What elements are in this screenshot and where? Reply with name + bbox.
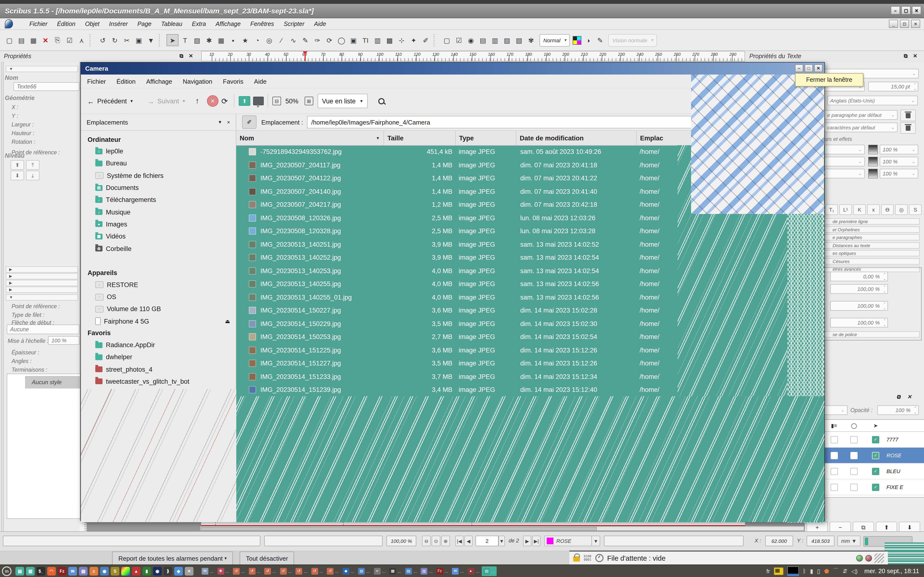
up-icon[interactable]: ↑ (195, 93, 199, 109)
color-dropdown[interactable]: ⌄ (824, 145, 865, 154)
paragraph-style-dropdown[interactable]: e paragraphe par défaut⌄ (824, 110, 898, 120)
maximize-icon[interactable]: ▢ (901, 6, 911, 15)
column-header-type[interactable]: Type (456, 131, 516, 145)
pattern-app-icon[interactable]: ✕ (185, 567, 194, 575)
clipboard-icon[interactable]: ▯ (817, 567, 820, 574)
chevrons-app-icon[interactable]: ⟫ (164, 567, 172, 575)
opacity-spinner[interactable]: 100 % (877, 405, 919, 415)
language-dropdown[interactable]: Anglais (États-Unis)⌄ (827, 96, 918, 105)
expanded-section-bar[interactable]: ▼ (6, 294, 78, 301)
menu-aide[interactable]: Aide (314, 21, 326, 27)
print-checkbox[interactable] (830, 467, 838, 475)
open-folder-icon[interactable]: ⬆ (239, 93, 250, 109)
lower-level-icon[interactable]: ⬇ (11, 171, 24, 180)
text-section-bar[interactable]: de première ligne (824, 218, 920, 224)
places-panel-header[interactable]: Emplacements ▼ × (81, 114, 236, 130)
collapsed-section-bar[interactable]: ▶ (6, 287, 78, 293)
text-effect-Lx-icon[interactable]: L¹ (839, 205, 852, 215)
text-effect-S-icon[interactable]: S (909, 205, 922, 215)
window-loop-5-button[interactable]: ↺... (294, 566, 309, 576)
window-faded-button[interactable]: ➣... (372, 566, 387, 576)
zoom-100-icon[interactable]: ⊙ (432, 536, 440, 546)
shade-percent-dropdown[interactable]: 100 %⌄ (880, 145, 918, 154)
camera-close-icon[interactable]: ✕ (814, 64, 822, 72)
shade-percent-dropdown[interactable]: 100 %⌄ (880, 169, 918, 178)
mdi-restore-icon[interactable]: ⊡ (900, 20, 909, 28)
horizontal-ruler[interactable]: 1020304050607080901001101201301401501601… (201, 51, 745, 61)
pdf-text-field-icon[interactable]: ◉ (465, 35, 477, 46)
menu-objet[interactable]: Objet (85, 21, 100, 27)
sidebar-item-volume-de-110-gb[interactable]: ○Volume de 110 GB (81, 303, 236, 316)
text-section-bar[interactable]: e paragraphes (824, 234, 920, 240)
sidebar-item-street-photos-4[interactable]: street_photos_4 (81, 363, 236, 376)
pdf-combo-box-icon[interactable]: ▥ (489, 35, 501, 46)
print-checkbox[interactable] (830, 452, 838, 459)
preflight-verifier-icon[interactable]: ☑ (64, 35, 75, 46)
files-manager-icon[interactable]: ▤ (15, 567, 24, 575)
clock[interactable]: mer. 20 sept., 18:11 (861, 567, 922, 575)
edit-contents-icon[interactable]: ▣ (348, 35, 359, 46)
camera-menu-navigation[interactable]: Navigation (183, 77, 212, 85)
sidebar-item-fairphone-4-5g[interactable]: Fairphone 4 5G⏏ (81, 315, 236, 327)
zoom-in-icon[interactable]: ⊞ (305, 93, 313, 109)
copy-icon[interactable]: ▣ (133, 35, 144, 46)
window-filezilla-button[interactable]: Fz... (435, 566, 449, 576)
camera-app-icon[interactable]: ◉ (100, 567, 109, 575)
menu-page[interactable]: Page (137, 21, 151, 27)
window-camera-active-button[interactable]: ▤... (482, 566, 497, 576)
stop-icon[interactable]: ✕ (207, 93, 218, 109)
sidebar-item-bureau[interactable]: Bureau (81, 158, 236, 170)
float-text-panel-icon[interactable]: ⧉ (904, 53, 908, 59)
mail-client-icon[interactable]: ✉ (68, 567, 77, 575)
system-monitor-icon[interactable] (787, 566, 799, 576)
window-loop-6-button[interactable]: ↺... (310, 566, 325, 576)
visible-checkbox[interactable]: ✓ (872, 452, 879, 459)
camera-menu-fichier[interactable]: Fichier (87, 77, 106, 85)
sidebar-item-os[interactable]: ○OS (81, 291, 236, 303)
shield-icon[interactable]: ⬟ (824, 567, 829, 574)
select-item-icon[interactable]: ➤ (166, 34, 179, 46)
edit-location-icon[interactable]: ✐ (242, 115, 257, 129)
volume-icon[interactable]: ◁) (851, 567, 858, 574)
menu-fenêtres[interactable]: Fenêtres (250, 21, 274, 27)
collapsed-section-bar[interactable]: ▶ (6, 280, 78, 286)
advanced-spinner[interactable]: 100,00 % (830, 284, 888, 294)
pdf-link-annotation-icon[interactable]: ✾ (525, 35, 536, 46)
window-doc-blue-2-button[interactable]: ▤... (404, 566, 418, 576)
shade-gradient-swatch[interactable] (868, 157, 878, 166)
camera-minimize-icon[interactable]: – (795, 64, 803, 72)
text-effect-x-icon[interactable]: к (867, 205, 880, 215)
places-dropdown-icon[interactable]: ▼ (218, 120, 227, 124)
print-checkbox[interactable] (830, 436, 838, 443)
print-checkbox[interactable] (830, 484, 838, 491)
float-panel-icon[interactable]: ⧉ (179, 53, 183, 59)
minimize-icon[interactable]: – (891, 6, 900, 15)
horizontal-scrollbar[interactable] (200, 526, 804, 531)
browser-orange-icon[interactable]: ◠ (47, 567, 56, 575)
raise-to-top-icon[interactable]: ⤒ (26, 160, 39, 170)
sidebar-item-tweetcaster-vs-glitch-tv-bot[interactable]: tweetcaster_vs_glitch_tv_bot (81, 376, 236, 388)
window-scribus-button[interactable]: ◆... (341, 566, 355, 576)
zoom-out-icon[interactable]: ⊖ (422, 536, 431, 546)
export-pdf-icon[interactable]: ⋏ (76, 35, 87, 46)
color-dropdown[interactable]: ⌄ (824, 169, 865, 178)
last-page-icon[interactable]: ▶| (532, 536, 540, 546)
layer-row-fixe-e[interactable]: ✓FIXE E (825, 479, 924, 495)
advanced-spinner[interactable]: 100,00 % (830, 301, 888, 311)
zoom-level-field[interactable]: 100,00 % (386, 536, 416, 546)
wifi-icon[interactable]: ⌒ (833, 567, 839, 575)
line-style-selected[interactable]: Aucun style (25, 376, 80, 388)
layer-row-bleu[interactable]: ✓BLEU (825, 464, 924, 479)
zoom-out-icon[interactable]: ⊟ (272, 93, 281, 109)
font-base-section[interactable]: se de police (824, 331, 920, 338)
insert-image-frame-icon[interactable]: ▨ (192, 35, 203, 46)
scale-input[interactable]: 100 % (48, 336, 79, 345)
terminal-icon[interactable]: $_ (37, 567, 45, 575)
insert-arc-icon[interactable]: ◔ (252, 35, 263, 46)
measurements-icon[interactable]: ⊹ (396, 35, 407, 46)
preview-mode-icon[interactable]: ◑ (583, 35, 594, 46)
scrollbar-thumb[interactable] (201, 527, 597, 531)
layer-row-rose[interactable]: ✓ROSE (825, 448, 924, 464)
text-section-bar[interactable]: es optiques (824, 250, 920, 256)
keyboard-layout-indicator[interactable]: fr (766, 567, 770, 574)
